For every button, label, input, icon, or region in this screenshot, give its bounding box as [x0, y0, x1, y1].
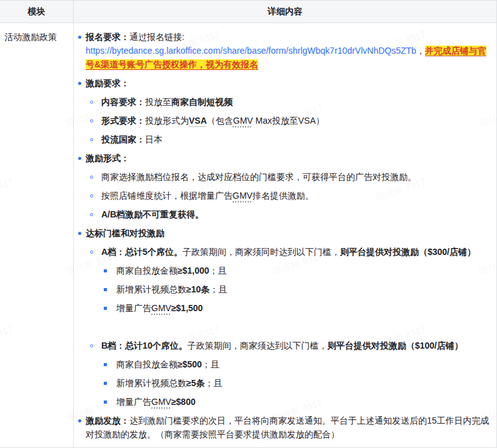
list-item: 内容要求：投放至商家自制短视频 — [74, 95, 494, 109]
empty-line — [74, 320, 494, 334]
detail-cell: 报名要求：通过报名链接: https://bytedance.sg.larkof… — [74, 23, 496, 447]
bullet-level2-icon — [90, 189, 101, 202]
text-segment: ；且 — [209, 266, 227, 276]
table-body-row: 活动激励政策 报名要求：通过报名链接: https://bytedance.sg… — [0, 23, 496, 447]
signup-link[interactable]: https://bytedance.sg.larkoffice.com/shar… — [86, 46, 416, 56]
list-item: B档：总计10个席位。子政策期间，商家须达到以下门槛，则平台提供对投激励（$10… — [74, 339, 494, 352]
text-segment: 新增累计视频总数 — [116, 284, 186, 294]
text-segment: ≥$1,000 — [178, 266, 209, 276]
list-item-text: 增量广告GMV≥$1,500 — [116, 301, 494, 315]
list-item-text: 商家自投放金额≥$500；且 — [116, 357, 494, 371]
text-segment: 日本 — [145, 134, 163, 144]
list-item: 新增累计视频总数≥10条；且 — [74, 282, 494, 296]
header-cell-detail: 详细内容 — [74, 1, 496, 22]
text-segment: 投流国家： — [101, 134, 145, 144]
text-segment: ；且 — [204, 378, 222, 388]
bullet-level1-icon — [78, 226, 86, 240]
list-item: 激励发放：达到激励门槛要求的次日，平台将向商家发送通知。平台于上述通知发送后的1… — [74, 414, 494, 441]
text-segment: 则平台提供对投激励（$300/店铺） — [340, 247, 476, 257]
bullet-level3-icon — [104, 357, 116, 371]
list-item: A档：总计5个席位。子政策期间，商家须同时达到以下门槛，则平台提供对投激励（$3… — [74, 245, 494, 259]
bullet-level2-icon — [90, 170, 101, 184]
bullet-level3-icon — [104, 301, 116, 315]
text-segment: GMV — [233, 191, 253, 201]
text-segment: （包含 — [207, 116, 233, 126]
list-item: 增量广告GMV≥$800 — [74, 395, 494, 409]
list-item: 新增累计视频总数≥5条；且 — [74, 376, 494, 390]
list-item-text: 激励要求： — [86, 76, 494, 90]
list-item-text: 达标门槛和对投激励 — [86, 226, 494, 240]
text-segment: A/B档激励不可重复获得。 — [101, 209, 204, 219]
text-segment: GMV — [233, 116, 253, 126]
list-item-text: A/B档激励不可重复获得。 — [101, 207, 494, 221]
text-segment: 增量广告 — [116, 397, 151, 407]
text-segment: 投放形式为 — [145, 116, 189, 126]
text-segment: 达到激励门槛要求的次日，平台将向商家发送通知。平台于上述通知发送后的15工作日内… — [86, 416, 489, 439]
bullet-level3-icon — [104, 395, 116, 409]
bullet-level2-icon — [90, 114, 101, 127]
list-item-text: 内容要求：投放至商家自制短视频 — [101, 95, 494, 109]
list-item-text: B档：总计10个席位。子政策期间，商家须达到以下门槛，则平台提供对投激励（$10… — [101, 339, 494, 352]
bullet-level2-icon — [90, 95, 101, 109]
list-item: 激励形式： — [74, 151, 494, 165]
list-item: 报名要求：通过报名链接: https://bytedance.sg.larkof… — [74, 30, 494, 71]
bullet-level3-icon — [104, 282, 116, 296]
text-segment: 投放至 — [145, 97, 171, 107]
list-item: 增量广告GMV≥$1,500 — [74, 301, 494, 315]
list-item: 商家自投放金额≥$1,000；且 — [74, 264, 494, 277]
bullet-level3-icon — [104, 376, 116, 390]
text-segment: ≥$500 — [178, 359, 202, 369]
list-item-text: A档：总计5个席位。子政策期间，商家须同时达到以下门槛，则平台提供对投激励（$3… — [101, 245, 494, 259]
list-item-text: 新增累计视频总数≥10条；且 — [116, 282, 494, 296]
list-item: 形式要求：投放形式为VSA（包含GMV Max投放至VSA） — [74, 114, 494, 127]
text-segment: 激励形式： — [86, 153, 129, 163]
list-item: A/B档激励不可重复获得。 — [74, 207, 494, 221]
text-segment: ；且 — [209, 284, 227, 294]
list-item-text: 按照店铺维度统计，根据增量广告GMV排名提供激励。 — [101, 189, 494, 202]
list-item-text: 形式要求：投放形式为VSA（包含GMV Max投放至VSA） — [101, 114, 494, 127]
policy-table: 模块 详细内容 活动激励政策 报名要求：通过报名链接: https://byte… — [0, 0, 497, 448]
list-item-text: 新增累计视频总数≥5条；且 — [116, 376, 494, 390]
list-item-text: 商家自投放金额≥$1,000；且 — [116, 264, 494, 277]
text-segment: 按照店铺维度统计，根据增量广告 — [101, 191, 233, 201]
text-segment: 达标门槛和对投激励 — [86, 228, 164, 238]
text-segment: 通过报名链接: — [129, 32, 184, 42]
list-item-text: 增量广告GMV≥$800 — [116, 395, 494, 409]
list-item-text: 激励发放：达到激励门槛要求的次日，平台将向商家发送通知。平台于上述通知发送后的1… — [86, 414, 494, 441]
text-segment: 报名要求： — [86, 32, 129, 42]
text-segment: 激励发放： — [86, 416, 129, 426]
list-item: 投流国家：日本 — [74, 132, 494, 146]
list-item-text: 激励形式： — [86, 151, 494, 165]
text-segment: 商家自投放金额 — [116, 359, 178, 369]
table-header-row: 模块 详细内容 — [0, 1, 496, 23]
text-segment: GMV — [151, 303, 171, 313]
text-segment: 形式要求： — [101, 116, 145, 126]
text-segment: 商家自制短视频 — [171, 97, 233, 107]
text-segment: ；且 — [202, 359, 219, 369]
text-segment: Max投放至VSA） — [253, 116, 324, 126]
text-segment: ≥$800 — [171, 397, 196, 407]
bullet-level2-icon — [90, 132, 101, 146]
list-item: 激励要求： — [74, 76, 494, 90]
text-segment: 内容要求： — [101, 97, 145, 107]
bullet-level2-icon — [90, 245, 101, 259]
list-item: 达标门槛和对投激励 — [74, 226, 494, 240]
list-item-text: 报名要求：通过报名链接: https://bytedance.sg.larkof… — [86, 30, 494, 71]
bullet-level3-icon — [104, 264, 116, 277]
text-segment: 增量广告 — [116, 303, 151, 313]
text-segment: A档：总计5个席位。 — [101, 247, 183, 257]
bullet-level1-icon — [78, 414, 86, 427]
module-cell: 活动激励政策 — [0, 23, 74, 447]
list-item: 按照店铺维度统计，根据增量广告GMV排名提供激励。 — [74, 189, 494, 202]
text-segment: 激励要求： — [86, 78, 129, 88]
list-item: 商家选择激励档位报名，达成对应档位的门槛要求，可获得平台的广告对投激励。 — [74, 170, 494, 184]
text-segment: ， — [416, 46, 425, 56]
text-segment: 商家自投放金额 — [116, 266, 178, 276]
text-segment: 排名提供激励。 — [253, 191, 314, 201]
text-segment: ≥5条 — [186, 378, 204, 388]
text-segment: ≥$1,500 — [171, 303, 203, 313]
list-item-text: 商家选择激励档位报名，达成对应档位的门槛要求，可获得平台的广告对投激励。 — [101, 170, 494, 184]
text-segment: VSA — [189, 116, 207, 126]
bullet-level1-icon — [78, 151, 86, 165]
header-cell-module: 模块 — [0, 1, 74, 22]
